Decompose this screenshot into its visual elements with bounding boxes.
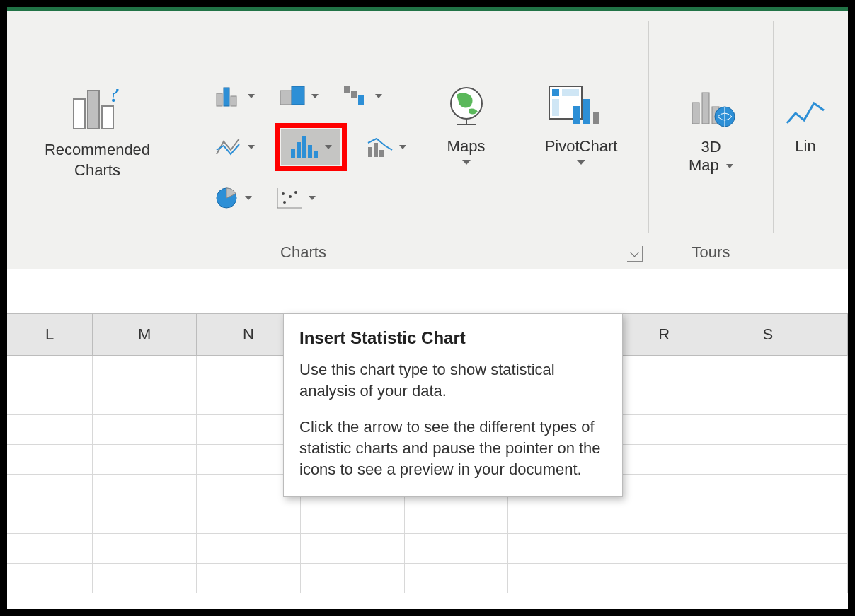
3d-map-button[interactable]: 3D Map — [684, 86, 739, 175]
charts-dialog-launcher[interactable] — [627, 246, 643, 262]
svg-rect-33 — [552, 99, 559, 116]
cell[interactable] — [7, 415, 93, 445]
combo-chart-icon — [367, 136, 395, 158]
chevron-down-icon — [462, 160, 471, 165]
svg-rect-5 — [224, 88, 229, 106]
tooltip-body-2: Click the arrow to see the different typ… — [299, 417, 607, 480]
cell[interactable] — [7, 504, 93, 534]
maps-button[interactable]: Maps — [441, 82, 492, 165]
column-header[interactable]: L — [7, 314, 93, 355]
cell[interactable] — [716, 445, 820, 475]
svg-rect-6 — [231, 96, 236, 106]
combo-chart-button[interactable] — [362, 123, 411, 171]
cell[interactable] — [93, 475, 197, 504]
svg-rect-11 — [358, 95, 364, 105]
svg-rect-37 — [692, 103, 699, 124]
cell[interactable] — [508, 564, 612, 593]
chart-type-grid: Charts — [188, 11, 418, 269]
cell[interactable] — [716, 356, 820, 385]
cell[interactable] — [7, 445, 93, 475]
cell[interactable] — [93, 504, 197, 534]
statistic-chart-icon — [289, 135, 321, 159]
cell[interactable] — [93, 534, 197, 564]
column-header[interactable]: R — [612, 314, 716, 355]
cell[interactable] — [301, 504, 405, 534]
cell[interactable] — [405, 534, 509, 564]
cell[interactable] — [405, 564, 509, 593]
recommended-charts-button[interactable]: ? — [69, 89, 126, 132]
charts-group-label: Charts — [280, 243, 326, 262]
waterfall-chart-icon — [343, 85, 371, 107]
recommended-charts-group: ? Recommended Charts — [7, 11, 188, 269]
table-row — [7, 504, 848, 534]
cell[interactable] — [405, 504, 509, 534]
cell[interactable] — [197, 504, 301, 534]
cell[interactable] — [716, 564, 820, 593]
cell[interactable] — [612, 475, 716, 504]
cell[interactable] — [93, 385, 197, 415]
sparkline-line-button[interactable]: Lin — [786, 96, 825, 156]
pie-chart-button[interactable] — [211, 184, 256, 212]
cell[interactable] — [612, 445, 716, 475]
waterfall-chart-button[interactable] — [338, 82, 386, 110]
cell[interactable] — [820, 356, 848, 385]
tooltip-insert-statistic-chart: Insert Statistic Chart Use this chart ty… — [283, 313, 623, 497]
column-chart-button[interactable] — [211, 82, 259, 110]
cell[interactable] — [93, 564, 197, 593]
column-header[interactable] — [820, 314, 848, 355]
cell[interactable] — [197, 564, 301, 593]
worksheet: LMNRS Insert Statistic Chart Use this ch… — [7, 313, 848, 593]
globe-icon — [441, 82, 492, 130]
line-chart-button[interactable] — [211, 123, 259, 171]
cell[interactable] — [93, 445, 197, 475]
cell[interactable] — [820, 504, 848, 534]
cell[interactable] — [7, 356, 93, 385]
formula-bar[interactable] — [7, 269, 848, 313]
cell[interactable] — [612, 534, 716, 564]
cell[interactable] — [301, 564, 405, 593]
svg-point-23 — [283, 201, 286, 204]
svg-rect-17 — [368, 147, 372, 157]
column-header[interactable]: S — [716, 314, 820, 355]
cell[interactable] — [820, 564, 848, 593]
highlight-annotation — [275, 123, 347, 171]
pivotchart-group: PivotChart — [514, 11, 648, 269]
svg-rect-14 — [302, 136, 306, 158]
cell[interactable] — [508, 504, 612, 534]
cell[interactable] — [716, 504, 820, 534]
cell[interactable] — [612, 504, 716, 534]
svg-rect-16 — [314, 151, 318, 158]
cell[interactable] — [93, 415, 197, 445]
svg-rect-0 — [74, 99, 85, 129]
cell[interactable] — [508, 534, 612, 564]
cell[interactable] — [612, 385, 716, 415]
cell[interactable] — [820, 475, 848, 504]
cell[interactable] — [716, 415, 820, 445]
cell[interactable] — [612, 415, 716, 445]
cell[interactable] — [820, 445, 848, 475]
hierarchy-chart-button[interactable] — [275, 82, 323, 110]
column-header[interactable]: M — [93, 314, 197, 355]
cell[interactable] — [7, 475, 93, 504]
cell[interactable] — [7, 534, 93, 564]
cell[interactable] — [7, 385, 93, 415]
line-chart-icon — [215, 136, 243, 158]
cell[interactable] — [820, 534, 848, 564]
cell[interactable] — [716, 475, 820, 504]
svg-rect-18 — [374, 143, 378, 157]
pivotchart-button[interactable]: PivotChart — [545, 82, 618, 165]
cell[interactable] — [716, 385, 820, 415]
cell[interactable] — [93, 356, 197, 385]
scatter-chart-button[interactable] — [272, 184, 320, 212]
cell[interactable] — [820, 385, 848, 415]
chevron-down-icon — [309, 196, 316, 200]
svg-rect-12 — [291, 149, 295, 158]
cell[interactable] — [197, 534, 301, 564]
cell[interactable] — [820, 415, 848, 445]
cell[interactable] — [7, 564, 93, 593]
cell[interactable] — [612, 356, 716, 385]
cell[interactable] — [612, 564, 716, 593]
statistic-chart-button[interactable] — [281, 129, 340, 165]
cell[interactable] — [716, 534, 820, 564]
cell[interactable] — [301, 534, 405, 564]
